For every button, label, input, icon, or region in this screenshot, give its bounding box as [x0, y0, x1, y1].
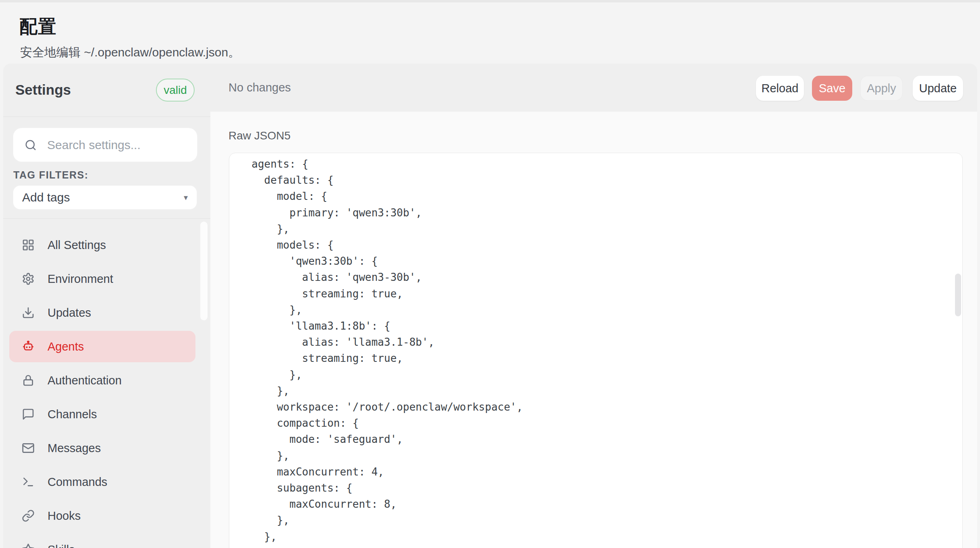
sidebar-item-label: Skills [48, 543, 75, 548]
add-tags-select[interactable]: Add tags ▾ [13, 185, 197, 210]
sidebar-heading: Settings [15, 82, 71, 98]
sidebar-item-updates[interactable]: Updates [9, 297, 195, 328]
sidebar-section-divider [3, 218, 210, 219]
changes-status: No changes [228, 64, 291, 112]
search-input[interactable] [47, 138, 192, 152]
chevron-down-icon: ▾ [184, 193, 188, 202]
sidebar: Settings valid TAG FILTERS: Add tags ▾ A… [3, 64, 210, 548]
sidebar-item-label: Channels [48, 408, 97, 421]
raw-json-label: Raw JSON5 [228, 129, 291, 142]
sidebar-item-agents[interactable]: Agents [9, 331, 195, 362]
add-tags-value: Add tags [22, 191, 184, 204]
top-strip [0, 0, 980, 2]
download-icon [22, 306, 35, 319]
editor-scrollbar[interactable] [955, 274, 961, 316]
config-valid-badge: valid [156, 79, 195, 102]
editor-area: Raw JSON5 agents: { defaults: { model: {… [210, 112, 977, 548]
lock-icon [22, 374, 35, 387]
page-subtitle: 安全地编辑 ~/.openclaw/openclaw.json。 [20, 44, 240, 61]
robot-icon [22, 340, 35, 353]
search-icon [25, 139, 37, 151]
search-box[interactable] [13, 128, 197, 162]
sidebar-item-label: Authentication [48, 374, 122, 387]
sidebar-item-all-settings[interactable]: All Settings [9, 229, 195, 261]
json-editor[interactable]: agents: { defaults: { model: { primary: … [229, 153, 963, 548]
sidebar-header-divider [3, 116, 210, 117]
terminal-icon [22, 475, 35, 488]
sidebar-item-messages[interactable]: Messages [9, 432, 195, 464]
sidebar-item-label: Messages [48, 442, 101, 455]
link-icon [22, 509, 35, 522]
sidebar-item-skills[interactable]: Skills [9, 534, 195, 548]
sidebar-item-hooks[interactable]: Hooks [9, 500, 195, 531]
star-icon [22, 543, 35, 548]
sidebar-scrollbar[interactable] [200, 222, 208, 320]
save-button[interactable]: Save [812, 76, 852, 101]
sidebar-item-channels[interactable]: Channels [9, 399, 195, 430]
sidebar-item-environment[interactable]: Environment [9, 263, 195, 295]
sidebar-item-label: All Settings [48, 239, 106, 252]
page-title: 配置 [19, 15, 56, 39]
sidebar-item-label: Hooks [48, 509, 81, 523]
sidebar-item-label: Environment [48, 272, 113, 286]
json-editor-content[interactable]: agents: { defaults: { model: { primary: … [229, 153, 962, 548]
sidebar-item-label: Commands [48, 475, 107, 489]
gear-icon [22, 272, 35, 285]
reload-button[interactable]: Reload [756, 76, 804, 101]
sidebar-item-label: Updates [48, 306, 91, 320]
sidebar-item-commands[interactable]: Commands [9, 466, 195, 498]
editor-toolbar: No changes Reload Save Apply Update [210, 64, 977, 112]
grid-icon [22, 239, 35, 251]
apply-button[interactable]: Apply [860, 76, 903, 101]
tag-filters-label: TAG FILTERS: [13, 169, 89, 181]
mail-icon [22, 442, 35, 455]
chat-bubble-icon [22, 408, 35, 421]
update-button[interactable]: Update [913, 76, 963, 101]
sidebar-item-label: Agents [48, 340, 84, 353]
sidebar-item-authentication[interactable]: Authentication [9, 365, 195, 396]
